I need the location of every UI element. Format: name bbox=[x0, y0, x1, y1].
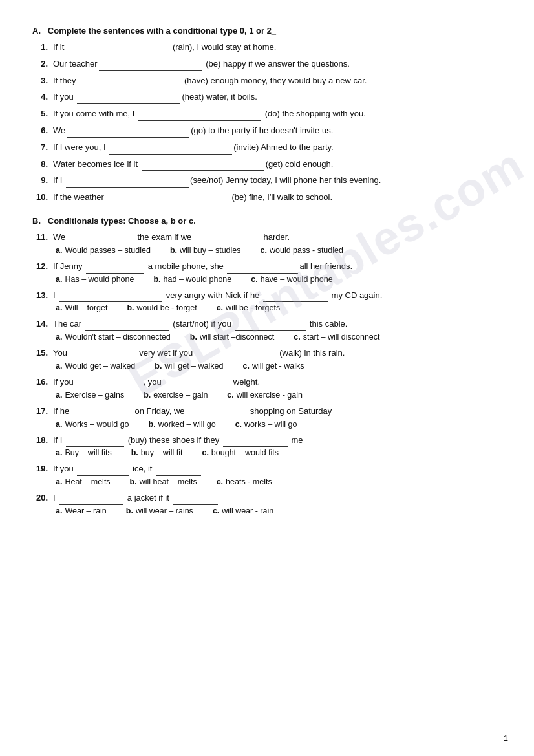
q17-choice-c[interactable]: c.works – will go bbox=[235, 420, 297, 429]
q15-choice-c[interactable]: c.will get - walks bbox=[242, 362, 304, 371]
question-17: 17. If he on Friday, we shopping on Satu… bbox=[32, 405, 502, 418]
q13-choices: a.Will – forget b.would be - forget c.wi… bbox=[56, 303, 502, 312]
q20-choice-c[interactable]: c.will wear - rain bbox=[213, 506, 273, 515]
q17-choice-a[interactable]: a.Works – would go bbox=[56, 420, 129, 429]
q14-choice-b[interactable]: b.will start –disconnect bbox=[190, 332, 274, 341]
q20-num: 20. bbox=[32, 493, 48, 502]
q11-choice-c[interactable]: c.would pass - studied bbox=[261, 246, 343, 255]
q18-choice-a[interactable]: a.Buy – will fits bbox=[56, 448, 112, 457]
q17-blank2[interactable] bbox=[188, 409, 246, 418]
q12-text: If Jenny a mobile phone, she all her fri… bbox=[53, 260, 352, 274]
question-19: 19. If you ice, it bbox=[32, 462, 502, 476]
q6-blank[interactable] bbox=[67, 129, 189, 138]
q19-choice-a[interactable]: a.Heat – melts bbox=[56, 477, 111, 486]
q11-blank2[interactable] bbox=[195, 235, 260, 244]
q15-choices: a.Would get – walked b.will get – walked… bbox=[56, 362, 502, 371]
question-7: 7. If I were you, I (invite) Ahmed to th… bbox=[32, 141, 502, 155]
question-1: 1. If it (rain), I would stay at home. bbox=[32, 41, 502, 54]
q9-num: 9. bbox=[32, 175, 48, 185]
page-number: 1 bbox=[504, 733, 508, 743]
q16-num: 16. bbox=[32, 377, 48, 387]
q20-blank2[interactable] bbox=[173, 496, 218, 505]
q11-choice-b[interactable]: b.will buy – studies bbox=[170, 246, 241, 255]
q17-num: 17. bbox=[32, 406, 48, 416]
question-11: 11. We the exam if we harder. bbox=[32, 231, 502, 244]
q15-text: You very wet if you(walk) in this rain. bbox=[53, 347, 345, 360]
q15-choice-b[interactable]: b.will get – walked bbox=[155, 362, 223, 371]
q9-blank[interactable] bbox=[66, 178, 189, 188]
q16-blank2[interactable] bbox=[165, 380, 230, 389]
q12-choice-c[interactable]: c.have – would phone bbox=[251, 275, 332, 284]
q14-text: The car (start/not) if you this cable. bbox=[53, 318, 347, 331]
q15-choice-a[interactable]: a.Would get – walked bbox=[56, 362, 135, 371]
q13-blank2[interactable] bbox=[263, 293, 328, 302]
q20-choice-a[interactable]: a.Wear – rain bbox=[56, 506, 107, 515]
q13-blank1[interactable] bbox=[59, 293, 162, 302]
q8-text: Water becomes ice if it (get) cold enoug… bbox=[53, 158, 333, 171]
q5-blank[interactable] bbox=[138, 112, 261, 121]
q7-blank[interactable] bbox=[109, 146, 232, 155]
q17-blank1[interactable] bbox=[73, 409, 131, 418]
q18-text: If I (buy) these shoes if they me bbox=[53, 434, 303, 448]
q20-blank1[interactable] bbox=[59, 496, 123, 505]
q2-num: 2. bbox=[32, 59, 48, 69]
question-4: 4. If you (heat) water, it boils. bbox=[32, 91, 502, 104]
q19-blank1[interactable] bbox=[77, 467, 129, 476]
q7-text: If I were you, I (invite) Ahmed to the p… bbox=[53, 141, 334, 155]
section-a-header: A. Complete the sentences with a conditi… bbox=[32, 26, 502, 36]
q19-blank2[interactable] bbox=[156, 467, 201, 476]
section-b-title: B. bbox=[32, 216, 41, 226]
q8-num: 8. bbox=[32, 159, 48, 169]
q12-blank2[interactable] bbox=[227, 265, 298, 274]
q12-choice-b[interactable]: b.had – would phone bbox=[153, 275, 231, 284]
question-9: 9. If I (see/not) Jenny today, I will ph… bbox=[32, 174, 502, 188]
q14-blank2[interactable] bbox=[235, 322, 306, 331]
q8-blank[interactable] bbox=[142, 162, 264, 171]
q16-choice-a[interactable]: a.Exercise – gains bbox=[56, 391, 124, 400]
q18-choices: a.Buy – will fits b.buy – will fit c.bou… bbox=[56, 448, 502, 457]
q9-text: If I (see/not) Jenny today, I will phone… bbox=[53, 174, 381, 188]
q15-blank2[interactable] bbox=[194, 351, 278, 360]
q10-blank[interactable] bbox=[107, 195, 230, 204]
q11-num: 11. bbox=[32, 232, 48, 242]
question-8: 8. Water becomes ice if it (get) cold en… bbox=[32, 158, 502, 171]
q18-blank2[interactable] bbox=[223, 438, 288, 447]
q17-text: If he on Friday, we shopping on Saturday bbox=[53, 405, 332, 418]
q17-choice-b[interactable]: b.worked – will go bbox=[149, 420, 216, 429]
question-3: 3. If they (have) enough money, they wou… bbox=[32, 74, 502, 88]
q16-choice-c[interactable]: c.will exercise - gain bbox=[227, 391, 303, 400]
q12-choice-a[interactable]: a.Has – would phone bbox=[56, 275, 134, 284]
q11-blank1[interactable] bbox=[69, 235, 134, 244]
q10-num: 10. bbox=[32, 192, 48, 202]
q20-choice-b[interactable]: b.will wear – rains bbox=[126, 506, 193, 515]
q13-choice-a[interactable]: a.Will – forget bbox=[56, 303, 107, 312]
q1-num: 1. bbox=[32, 42, 48, 52]
q19-choice-c[interactable]: c.heats - melts bbox=[217, 477, 272, 486]
q14-blank1[interactable] bbox=[85, 322, 169, 331]
q13-choice-b[interactable]: b.would be - forget bbox=[127, 303, 197, 312]
q11-choice-a[interactable]: a.Would passes – studied bbox=[56, 246, 151, 255]
q19-choices: a.Heat – melts b.will heat – melts c.hea… bbox=[56, 477, 502, 486]
q15-blank1[interactable] bbox=[71, 351, 136, 360]
q13-choice-c[interactable]: c.will be - forgets bbox=[217, 303, 281, 312]
q16-blank1[interactable] bbox=[77, 380, 142, 389]
q1-text: If it (rain), I would stay at home. bbox=[53, 41, 276, 54]
q3-blank[interactable] bbox=[80, 78, 183, 87]
q18-choice-c[interactable]: c.bought – would fits bbox=[202, 448, 279, 457]
q14-choices: a.Wouldn't start – disconnected b.will s… bbox=[56, 332, 502, 341]
q18-choice-b[interactable]: b.buy – will fit bbox=[131, 448, 183, 457]
q2-blank[interactable] bbox=[99, 62, 202, 71]
q2-text: Our teacher (be) happy if we answer the … bbox=[53, 58, 350, 71]
q16-choice-b[interactable]: b.exercise – gain bbox=[144, 391, 208, 400]
question-2: 2. Our teacher (be) happy if we answer t… bbox=[32, 58, 502, 71]
question-10: 10. If the weather (be) fine, I'll walk … bbox=[32, 191, 502, 204]
q4-blank[interactable] bbox=[77, 95, 180, 104]
q19-choice-b[interactable]: b.will heat – melts bbox=[130, 477, 197, 486]
question-15: 15. You very wet if you(walk) in this ra… bbox=[32, 347, 502, 360]
q18-blank1[interactable] bbox=[66, 438, 124, 447]
q3-text: If they (have) enough money, they would … bbox=[53, 74, 367, 88]
q1-blank[interactable] bbox=[68, 45, 171, 54]
q12-blank1[interactable] bbox=[86, 265, 144, 274]
q14-choice-a[interactable]: a.Wouldn't start – disconnected bbox=[56, 332, 171, 341]
q14-choice-c[interactable]: c.start – will disconnect bbox=[294, 332, 379, 341]
